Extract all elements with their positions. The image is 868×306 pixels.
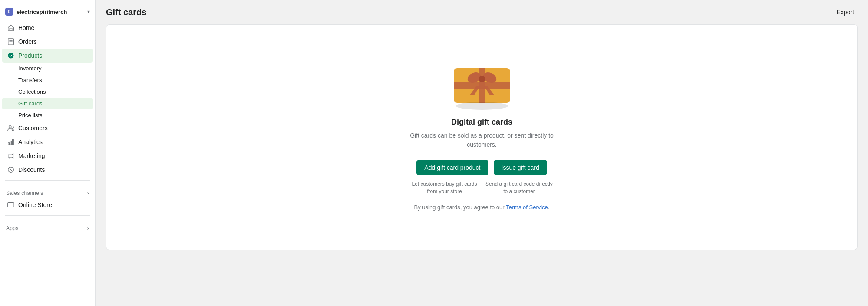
content-area: Digital gift cards Gift cards can be sol… — [96, 24, 868, 306]
sidebar-item-online-store[interactable]: Online Store — [2, 198, 93, 212]
tos-link[interactable]: Terms of Service — [506, 204, 548, 211]
svg-rect-11 — [13, 140, 14, 145]
store-name: electricspiritmerch — [17, 9, 84, 15]
customers-icon — [7, 124, 15, 132]
sidebar-item-home-label: Home — [18, 24, 34, 31]
tos-suffix: . — [548, 204, 550, 211]
sidebar-item-customers-label: Customers — [18, 125, 48, 132]
products-icon — [7, 52, 15, 59]
sidebar-subitem-inventory[interactable]: Inventory — [2, 63, 93, 74]
analytics-icon — [7, 138, 15, 146]
empty-state-title: Digital gift cards — [451, 118, 512, 127]
main-content: Gift cards Export — [96, 0, 868, 306]
sidebar-divider-1 — [5, 180, 90, 181]
sidebar-item-marketing-label: Marketing — [18, 152, 45, 159]
issue-gift-card-description: Send a gift card code directly to a cust… — [485, 181, 554, 195]
svg-rect-2 — [10, 28, 12, 31]
top-bar: Gift cards Export — [96, 0, 868, 24]
sales-channels-header: Sales channels › — [0, 184, 95, 198]
sidebar-subitem-transfers-label: Transfers — [18, 77, 42, 83]
sidebar-subitem-gift-cards[interactable]: Gift cards — [2, 98, 93, 109]
orders-icon — [7, 38, 15, 46]
sidebar-item-analytics-label: Analytics — [18, 138, 43, 145]
tos-text: By using gift cards, you agree to our Te… — [414, 204, 550, 211]
marketing-icon — [7, 152, 15, 160]
online-store-icon — [7, 201, 15, 209]
svg-rect-16 — [8, 203, 14, 207]
sidebar-item-home[interactable]: Home — [2, 21, 93, 35]
sidebar: E electricspiritmerch ▾ Home Orders — [0, 0, 96, 306]
export-button[interactable]: Export — [833, 7, 858, 17]
apps-label: Apps — [6, 225, 19, 231]
sidebar-subitem-price-lists-label: Price lists — [18, 112, 43, 118]
home-icon — [7, 24, 15, 32]
svg-text:E: E — [8, 10, 11, 14]
sidebar-subitem-transfers[interactable]: Transfers — [2, 74, 93, 86]
svg-point-8 — [9, 126, 11, 128]
svg-point-14 — [10, 168, 10, 169]
sidebar-subitem-price-lists[interactable]: Price lists — [2, 109, 93, 121]
svg-rect-10 — [10, 141, 12, 145]
svg-point-15 — [11, 170, 12, 171]
svg-rect-9 — [8, 143, 10, 145]
tos-prefix: By using gift cards, you agree to our — [414, 204, 506, 211]
sidebar-subitem-collections[interactable]: Collections — [2, 86, 93, 98]
sidebar-item-customers[interactable]: Customers — [2, 121, 93, 135]
sidebar-item-discounts-label: Discounts — [18, 166, 45, 173]
sidebar-subitem-gift-cards-label: Gift cards — [18, 100, 43, 107]
sidebar-subitem-inventory-label: Inventory — [18, 65, 41, 72]
sidebar-item-analytics[interactable]: Analytics — [2, 135, 93, 149]
sidebar-divider-2 — [5, 215, 90, 216]
action-buttons-row: Add gift card product Issue gift card — [416, 160, 547, 175]
sidebar-item-products[interactable]: Products — [2, 49, 93, 63]
main-card: Digital gift cards Gift cards can be sol… — [106, 24, 858, 250]
store-selector[interactable]: E electricspiritmerch ▾ — [0, 5, 95, 21]
sales-channels-expand-icon[interactable]: › — [87, 190, 89, 196]
discounts-icon — [7, 166, 15, 174]
sidebar-item-products-label: Products — [18, 52, 42, 59]
sidebar-item-discounts[interactable]: Discounts — [2, 163, 93, 177]
sales-channels-label: Sales channels — [6, 190, 43, 196]
empty-state: Digital gift cards Gift cards can be sol… — [391, 46, 573, 228]
add-gift-card-description: Let customers buy gift cards from your s… — [410, 181, 479, 195]
store-chevron-icon: ▾ — [87, 9, 90, 15]
store-icon: E — [5, 8, 13, 16]
sidebar-item-orders-label: Orders — [18, 38, 37, 45]
empty-state-description: Gift cards can be sold as a product, or … — [399, 131, 564, 149]
svg-point-23 — [479, 76, 485, 82]
button-descriptions: Let customers buy gift cards from your s… — [410, 181, 554, 195]
sidebar-item-online-store-label: Online Store — [18, 201, 52, 208]
page-title: Gift cards — [106, 7, 146, 17]
sidebar-item-orders[interactable]: Orders — [2, 35, 93, 49]
sidebar-subitem-collections-label: Collections — [18, 89, 46, 95]
issue-gift-card-button[interactable]: Issue gift card — [494, 160, 547, 175]
sidebar-item-marketing[interactable]: Marketing — [2, 149, 93, 163]
gift-card-illustration — [452, 64, 512, 107]
apps-header: Apps › — [0, 219, 95, 233]
add-gift-card-product-button[interactable]: Add gift card product — [416, 160, 488, 175]
apps-expand-icon[interactable]: › — [87, 225, 89, 231]
